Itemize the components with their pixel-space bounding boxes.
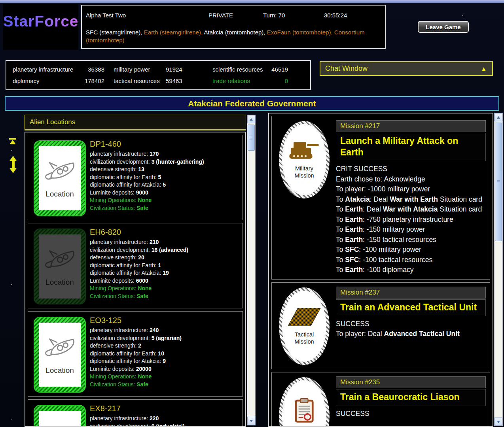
location-card[interactable]: Location EX8-217 planetary infrastructur… (28, 399, 243, 427)
location-stat-line: Civilization Status: Safe (90, 204, 239, 212)
chat-collapse-icon[interactable]: ▲ (481, 65, 492, 72)
checker-icon (287, 307, 321, 327)
alien-locations-title: Alien Locations (25, 118, 75, 126)
location-card-image: Location (34, 317, 86, 393)
location-card-label: Location (45, 366, 74, 375)
player-separator: , (331, 29, 334, 36)
mission-medallion: MilitaryMission (279, 121, 330, 198)
location-stat-line: planetary infrastructure: 210 (90, 238, 239, 246)
location-card-image: Location (34, 140, 86, 216)
location-stat-line: Luminite deposits: 20000 (90, 365, 239, 373)
mission-number: Mission #235 (336, 376, 486, 388)
chat-window-bar[interactable]: Chat Window ▲ (320, 61, 493, 76)
location-card-label: Location (45, 190, 74, 198)
stat-value: 46519 (256, 66, 288, 73)
vertical-resize-icon[interactable] (9, 156, 17, 173)
location-stat-line: Civilization Status: Safe (90, 293, 239, 300)
location-card-label: Location (45, 278, 74, 287)
scrollbar-thumb[interactable] (495, 123, 502, 241)
mission-number: Mission #217 (336, 120, 486, 132)
location-name: DP1-460 (90, 140, 239, 149)
mission-result-line: To Earth: -750 planetary infrastructure (336, 215, 486, 225)
scroll-up-button[interactable] (495, 113, 502, 121)
player-name: ExoFaun (tomtomhotep) (267, 29, 331, 36)
scroll-down-button[interactable] (495, 418, 502, 426)
location-card-image: Location (34, 229, 86, 304)
location-stat-line: Mining Operations: None (90, 285, 239, 293)
rocket-icon (41, 158, 78, 184)
stat-value: 91924 (166, 66, 182, 73)
location-stats: planetary infrastructure: 220civilizatio… (90, 415, 239, 427)
location-stat-line: planetary infrastructure: 220 (90, 415, 239, 423)
mission-title: Train a Beaurocratic Liason (336, 389, 486, 406)
location-stats: planetary infrastructure: 210civilizatio… (90, 238, 239, 300)
missions-scrollbar[interactable] (494, 113, 503, 426)
player-name: Atakcia (tomtomhotep) (204, 29, 263, 36)
mission-result-line: To Earth: -150 military power (336, 225, 486, 235)
mission-result-line: To Earth: Deal War with Atakcia Situatio… (336, 204, 486, 215)
mission-report: TacticalMission Mission #237 Train an Ad… (271, 282, 490, 369)
location-stat-line: Mining Operations: None (90, 196, 239, 204)
mission-type-icon (287, 307, 321, 329)
location-info: EH6-820 planetary infrastructure: 210civ… (90, 227, 239, 304)
location-stat-line: diplomatic affinity for Earth: 5 (90, 174, 239, 181)
location-stat-line: Civilization Status: Safe (90, 381, 239, 389)
location-stat-line: Luminite deposits: 9000 (90, 189, 239, 197)
mission-result-line: To SFC: -100 military power (336, 245, 486, 255)
scroll-up-button[interactable] (247, 115, 255, 123)
mission-medallion: TacticalMission (279, 287, 330, 365)
privacy-label: PRIVATE (208, 12, 233, 19)
scroll-to-top-icon[interactable] (9, 138, 17, 144)
starforce-logo: StarForce (3, 13, 78, 50)
down-arrow-icon (497, 421, 500, 423)
location-card[interactable]: Location DP1-460 planetary infrastructur… (28, 135, 243, 220)
location-stat-line: Mining Operations: None (90, 373, 239, 381)
mission-text-column: Mission #217 Launch a Military Attack on… (336, 120, 486, 275)
location-stat-line: planetary infrastructure: 170 (90, 150, 239, 158)
location-card[interactable]: Location EH6-820 planetary infrastructur… (28, 223, 243, 308)
page-title-bar: Atakcian Federated Government (5, 96, 499, 111)
mission-result-line: CRIT SUCCESS (336, 164, 486, 174)
mission-report: MilitaryMission Mission #217 Launch a Mi… (271, 116, 490, 280)
location-stat-line: Luminite deposits: 6000 (90, 277, 239, 285)
mission-report: Beaurocratic Mission #235 Train a Beauro… (271, 372, 490, 427)
location-stat-line: defensive strength: 13 (90, 166, 239, 174)
mission-type-label: TacticalMission (294, 331, 314, 345)
location-stat-line: diplomatic affinity for Atakcia: 5 (90, 181, 239, 189)
leave-game-button[interactable]: Leave Game (418, 21, 469, 33)
mission-title: Launch a Military Attack on Earth (336, 133, 486, 161)
mission-result-line: To Earth: -100 diplomacy (336, 265, 486, 275)
game-screen: StarForce Alpha Test Two PRIVATE Turn: 7… (0, 0, 504, 427)
logo-box: StarForce (3, 4, 78, 50)
scrollbar-thumb[interactable] (248, 125, 255, 151)
mission-medallion: Beaurocratic (279, 377, 330, 427)
chat-window-title: Chat Window (320, 64, 481, 73)
locations-scrollbar[interactable] (247, 115, 256, 425)
player-separator: , (140, 29, 144, 36)
stat-label: diplomacy (13, 77, 40, 84)
tank-icon (289, 140, 320, 161)
scroll-down-button[interactable] (247, 417, 255, 425)
location-card[interactable]: Location EO3-125 planetary infrastructur… (28, 311, 243, 397)
location-stat-line: civilization development: 3 (hunter-gath… (90, 158, 239, 166)
mission-text-column: Mission #235 Train a Beaurocratic Liason… (336, 376, 486, 427)
mission-title: Train an Advanced Tactical Unit (336, 299, 486, 316)
location-stat-line: civilization development: 9 (industrial) (90, 423, 239, 427)
window-top-edge (0, 0, 504, 3)
location-stat-line: civilization development: 5 (agrarian) (90, 334, 239, 342)
location-name: EO3-125 (90, 316, 239, 325)
up-arrow-icon (250, 118, 253, 121)
player-name: Earth (steamgirlirene) (144, 29, 201, 36)
mission-number: Mission #237 (336, 287, 486, 299)
stat-value: 59463 (166, 77, 182, 84)
mission-medallion-column: MilitaryMission (276, 120, 336, 275)
mission-list: MilitaryMission Mission #217 Launch a Mi… (268, 113, 493, 427)
player-list: SFC (steamgirlirene), Earth (steamgirlir… (86, 28, 382, 44)
rocket-icon (41, 334, 78, 361)
rocket-icon (41, 423, 78, 427)
mission-result-line: To player: Deal Advanced Tactical Unit (336, 329, 486, 339)
location-info: EX8-217 planetary infrastructure: 220civ… (90, 403, 239, 427)
game-info-box: Alpha Test Two PRIVATE Turn: 70 30:55:24… (81, 5, 386, 49)
location-stat-line: diplomatic affinity for Earth: 1 (90, 262, 239, 270)
mission-result-line: To SFC: -100 tactical resources (336, 255, 486, 265)
